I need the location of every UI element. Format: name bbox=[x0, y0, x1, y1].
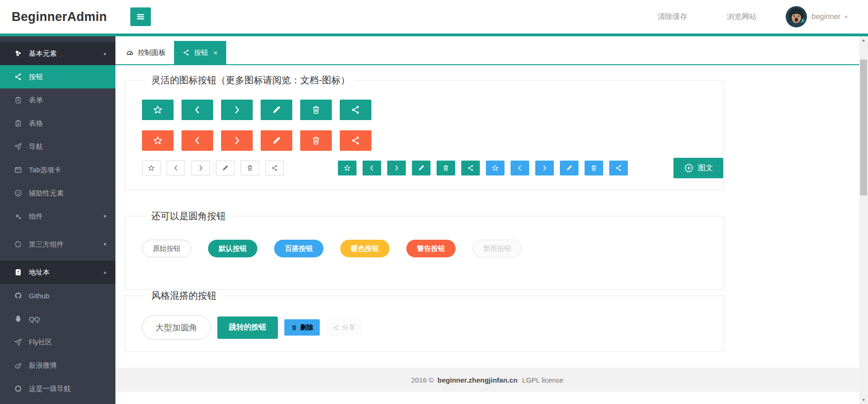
prev-icon bbox=[192, 105, 202, 115]
delete-button[interactable] bbox=[300, 100, 332, 120]
large-pill-button[interactable]: 大型加圆角 bbox=[142, 315, 211, 340]
share-button[interactable] bbox=[609, 161, 628, 175]
weibo-icon bbox=[14, 361, 22, 370]
star-button[interactable] bbox=[142, 100, 174, 120]
share-button[interactable] bbox=[340, 100, 371, 120]
content: 灵活的图标按钮（更多图标请阅览：文档-图标） 图文 还可以是圆角按钮 原始按钮默… bbox=[115, 74, 859, 392]
round-button-warm[interactable]: 暖色按钮 bbox=[340, 240, 390, 257]
delete-button[interactable] bbox=[437, 161, 455, 175]
jump-button[interactable]: 跳转的按钮 bbox=[217, 316, 278, 339]
star-button[interactable] bbox=[338, 161, 357, 175]
sidebar-item[interactable]: QQ bbox=[0, 307, 115, 330]
scrollbar-thumb[interactable] bbox=[860, 60, 867, 195]
delete-icon bbox=[311, 105, 321, 115]
sidebar-item[interactable]: 按钮 bbox=[0, 65, 115, 88]
sidebar-item[interactable]: 辅助性元素 bbox=[0, 182, 115, 205]
next-button[interactable] bbox=[535, 161, 554, 175]
share-button[interactable] bbox=[265, 161, 284, 175]
delete-button[interactable] bbox=[585, 161, 603, 175]
sidebar-item[interactable]: 基本元素▲ bbox=[0, 42, 115, 65]
sidebar-item[interactable]: Fly社区 bbox=[0, 330, 115, 354]
caret-up-icon: ▲ bbox=[103, 270, 107, 275]
scroll-up-arrow[interactable]: ▲ bbox=[859, 36, 868, 44]
sidebar-item[interactable]: 这是一级导航 bbox=[0, 377, 115, 400]
sidebar-item-label: Tab选项卡 bbox=[29, 166, 107, 175]
edit-button[interactable] bbox=[261, 130, 292, 151]
image-text-button[interactable]: 图文 bbox=[673, 158, 723, 178]
browse-site-link[interactable]: 浏览网站 bbox=[727, 12, 757, 22]
tab-close-icon[interactable]: × bbox=[213, 49, 218, 57]
section-rounded-buttons-legend: 还可以是圆角按钮 bbox=[146, 210, 231, 222]
share-button[interactable] bbox=[461, 161, 480, 175]
next-button[interactable] bbox=[221, 100, 253, 120]
prev-button[interactable] bbox=[511, 161, 529, 175]
sidebar-item[interactable]: Tab选项卡 bbox=[0, 158, 115, 182]
tab-label: 控制面板 bbox=[138, 48, 166, 57]
next-button[interactable] bbox=[191, 161, 210, 175]
edit-button[interactable] bbox=[216, 161, 235, 175]
tab[interactable]: 控制面板 bbox=[118, 41, 174, 64]
share-button[interactable] bbox=[340, 130, 371, 151]
sidebar-item[interactable]: 新浪微博 bbox=[0, 354, 115, 377]
user-menu[interactable]: beginner ▼ bbox=[786, 6, 848, 27]
sidebar-item-label: 地址本 bbox=[29, 268, 103, 277]
sidebar-item[interactable]: Github bbox=[0, 284, 115, 307]
share-icon bbox=[350, 105, 361, 115]
next-button[interactable] bbox=[221, 130, 253, 151]
star-button[interactable] bbox=[142, 161, 161, 175]
delete-button[interactable]: 删除 bbox=[284, 319, 320, 336]
next-button[interactable] bbox=[387, 161, 406, 175]
round-button-primary[interactable]: 原始按钮 bbox=[142, 240, 191, 257]
button-label: 删除 bbox=[300, 323, 313, 332]
delete-button[interactable] bbox=[300, 130, 332, 151]
caret-up-icon: ▲ bbox=[103, 51, 107, 56]
delete-button[interactable] bbox=[241, 161, 259, 175]
delete-icon bbox=[590, 164, 598, 172]
delete-icon bbox=[246, 164, 254, 172]
edit-button[interactable] bbox=[560, 161, 579, 175]
round-button-normal[interactable]: 百搭按钮 bbox=[274, 240, 323, 257]
scroll-down-arrow[interactable]: ▼ bbox=[859, 396, 868, 404]
sidebar-item-label: 表单 bbox=[29, 96, 107, 105]
round-button-disabled[interactable]: 禁用按钮 bbox=[472, 240, 522, 257]
star-button[interactable] bbox=[486, 161, 505, 175]
qq-icon bbox=[14, 315, 22, 323]
star-icon bbox=[153, 135, 163, 146]
plane-icon bbox=[14, 338, 22, 346]
username: beginner bbox=[812, 13, 841, 21]
dashboard-icon bbox=[126, 49, 134, 56]
tab[interactable]: 按钮× bbox=[174, 41, 226, 64]
round-button-default[interactable]: 默认按钮 bbox=[208, 240, 257, 257]
menu-toggle-button[interactable] bbox=[130, 7, 151, 26]
target-icon bbox=[14, 384, 22, 393]
edit-button[interactable] bbox=[261, 100, 292, 120]
round-button-danger[interactable]: 警告按钮 bbox=[406, 240, 456, 257]
sidebar-item-label: 表格 bbox=[29, 119, 107, 128]
app-logo[interactable]: BeginnerAdmin bbox=[12, 10, 107, 24]
edit-button[interactable] bbox=[412, 161, 431, 175]
sidebar-item[interactable]: 地址本▲ bbox=[0, 261, 115, 284]
sidebar-item[interactable]: 组件▼ bbox=[0, 205, 115, 228]
delete-icon bbox=[442, 164, 450, 172]
loop-icon bbox=[14, 240, 22, 249]
sidebar-item[interactable]: 表格 bbox=[0, 112, 115, 135]
prev-button[interactable] bbox=[363, 161, 381, 175]
prev-button[interactable] bbox=[182, 130, 213, 151]
sidebar-item[interactable]: 表单 bbox=[0, 88, 115, 112]
sidebar-item[interactable]: 导航 bbox=[0, 135, 115, 158]
next-icon bbox=[393, 164, 400, 172]
edit-icon bbox=[271, 135, 282, 146]
prev-button[interactable] bbox=[182, 100, 213, 120]
avatar bbox=[786, 6, 807, 27]
sidebar-item-label: 组件 bbox=[29, 212, 103, 221]
prev-button[interactable] bbox=[167, 161, 185, 175]
prev-icon bbox=[172, 164, 180, 172]
gears-icon bbox=[14, 212, 22, 221]
sidebar-item-label: Github bbox=[29, 292, 107, 300]
share-button[interactable]: 分享 bbox=[326, 319, 362, 336]
share-icon bbox=[467, 164, 474, 172]
footer-year: 2016 © bbox=[411, 376, 434, 384]
sidebar-item[interactable]: 第三方组件▼ bbox=[0, 233, 115, 256]
star-button[interactable] bbox=[142, 130, 174, 151]
clear-cache-link[interactable]: 清除缓存 bbox=[658, 12, 687, 22]
